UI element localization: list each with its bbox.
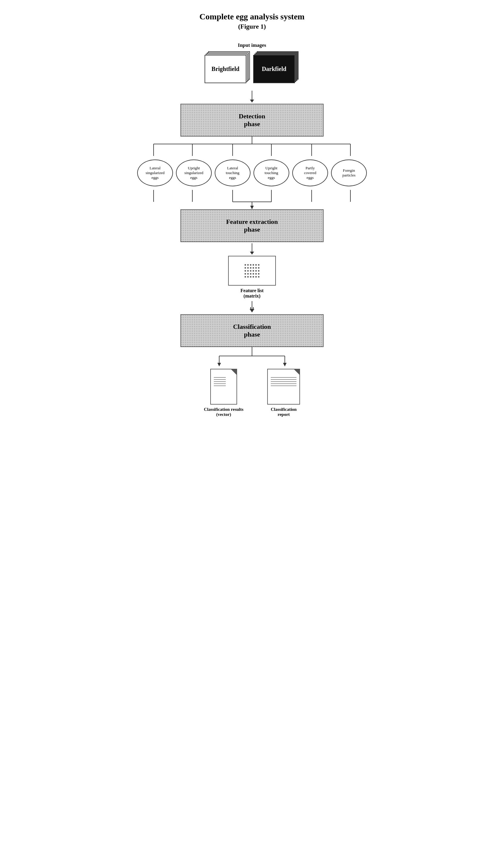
card-main-darkfield: Darkfield [253, 55, 295, 83]
matrix-row-3 [245, 270, 259, 272]
matrix-row-1 [245, 264, 259, 265]
main-title: Complete egg analysis system [200, 12, 304, 22]
matrix-icon [228, 256, 276, 286]
branch-from-detection [134, 137, 370, 156]
output-row: Classification results(vector) Classific… [204, 369, 300, 417]
arrow-head [250, 99, 254, 102]
hollow-arrow-svg [249, 307, 255, 312]
branch-svg [134, 137, 370, 156]
output-results-item: Classification results(vector) [204, 369, 244, 417]
oval-partly-covered: Partlycoveredeggs [292, 160, 328, 186]
oval-foreign-particles: Foreginparticles [331, 160, 367, 186]
arrow-line-2 [252, 243, 252, 251]
arrow-to-matrix [250, 243, 254, 255]
results-doc-icon [210, 369, 237, 405]
detection-phase-box: Detectionphase [180, 104, 324, 137]
page: Complete egg analysis system (Figure 1) … [126, 12, 378, 849]
oval-upright-singularized: Uprightsingularizedeggs [176, 160, 212, 186]
oval-lateral-touching: Lateraltouchingeggs [215, 160, 250, 186]
darkfield-label: Darkfield [262, 66, 286, 72]
dbl-arrow-line [252, 301, 252, 307]
svg-marker-21 [217, 363, 221, 366]
svg-marker-16 [250, 206, 254, 209]
darkfield-cards: Darkfield [253, 51, 299, 84]
brightfield-label: Brightfield [212, 66, 239, 72]
oval-lateral-singularized: Lateralsingularizedeggs [137, 160, 173, 186]
classification-phase-box: Classificationphase [180, 314, 324, 347]
brightfield-cards: Brightfield [205, 51, 251, 84]
darkfield-stack: Darkfield [253, 51, 299, 84]
svg-marker-17 [250, 307, 254, 312]
ovals-row: Lateralsingularizedeggs Uprightsingulari… [134, 160, 370, 186]
detection-phase-label: Detectionphase [239, 112, 265, 128]
oval-upright-touching: Uprighttouchingeggs [254, 160, 289, 186]
branch-to-feature [134, 190, 370, 209]
results-label: Classification results(vector) [204, 407, 244, 417]
image-stacks: Brightfield Darkfield [205, 51, 299, 84]
report-doc-icon [267, 369, 300, 405]
svg-marker-23 [283, 363, 287, 366]
card-main-brightfield: Brightfield [205, 55, 246, 83]
matrix-row-2 [245, 267, 259, 269]
feature-extraction-phase-box: Feature extractionphase [180, 209, 324, 242]
output-report-item: Classificationreport [267, 369, 300, 417]
converge-svg [134, 190, 370, 209]
dbl-arrow-to-classification [249, 301, 255, 312]
branch-to-outputs [192, 347, 312, 366]
feature-list-label: Feature list (matrix) [240, 288, 263, 299]
feature-extraction-label: Feature extractionphase [226, 218, 278, 233]
sub-title: (Figure 1) [238, 23, 266, 30]
output-branch-svg [192, 347, 312, 366]
matrix-row-5 [245, 276, 259, 277]
arrow-head-2 [250, 251, 254, 255]
report-label: Classificationreport [271, 407, 297, 417]
brightfield-stack: Brightfield [205, 51, 251, 84]
classification-label: Classificationphase [233, 323, 271, 338]
arrow-to-detection [250, 91, 254, 102]
matrix-row-4 [245, 273, 259, 275]
arrow-line [252, 91, 252, 99]
input-label: Input images [238, 42, 266, 48]
